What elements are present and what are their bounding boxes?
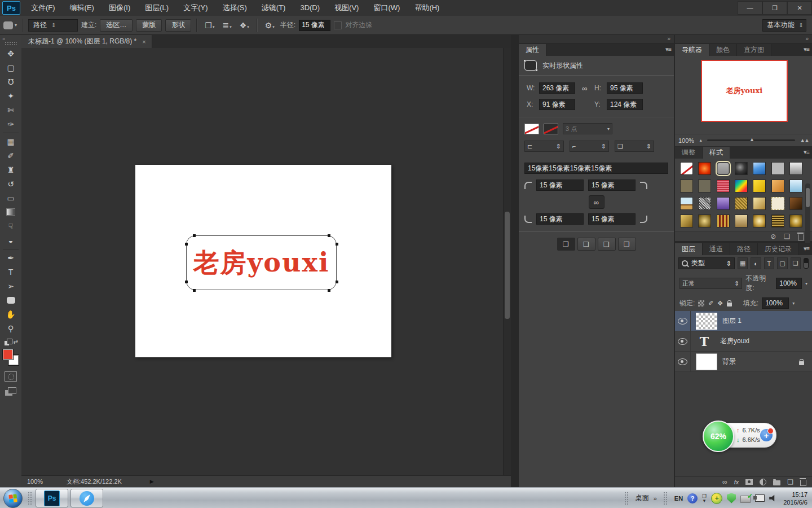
- hand-tool[interactable]: ✋: [3, 307, 19, 321]
- quick-mask-button[interactable]: [5, 371, 17, 382]
- path-anchor[interactable]: [185, 281, 188, 283]
- filter-adjustment-layers-button[interactable]: ◐: [751, 257, 761, 269]
- start-button[interactable]: [3, 489, 23, 508]
- menu-item[interactable]: 文件(F): [24, 0, 63, 16]
- y-field[interactable]: 124 像素: [607, 99, 643, 110]
- input-method-icon[interactable]: ?: [687, 493, 698, 503]
- brush-tool[interactable]: ✐: [3, 148, 19, 163]
- menu-item[interactable]: 视图(V): [327, 0, 366, 16]
- style-gold-ornate-1[interactable]: [680, 214, 693, 227]
- taskbar-photoshop-button[interactable]: Ps: [36, 489, 68, 507]
- screen-mode-button[interactable]: [5, 387, 16, 396]
- geometry-options-button[interactable]: ⚙ ▾: [263, 21, 277, 30]
- menu-item[interactable]: 3D(D): [293, 0, 327, 16]
- lock-all-icon[interactable]: [727, 303, 732, 306]
- delete-style-icon[interactable]: [798, 234, 804, 240]
- style-olive[interactable]: [680, 179, 693, 192]
- path-anchor[interactable]: [336, 281, 338, 283]
- path-anchor[interactable]: [193, 289, 196, 292]
- menu-item[interactable]: 图层(L): [138, 0, 176, 16]
- layers-tab[interactable]: 图层: [675, 243, 703, 255]
- path-anchor[interactable]: [185, 243, 188, 246]
- rounded-rectangle-path[interactable]: 老房youxi: [186, 235, 337, 290]
- path-anchor[interactable]: [193, 234, 196, 237]
- minimize-button[interactable]: —: [738, 1, 762, 15]
- menu-item[interactable]: 滤镜(T): [254, 0, 293, 16]
- fill-field[interactable]: 100%: [762, 297, 789, 309]
- antivirus-tray-icon[interactable]: +: [711, 493, 722, 504]
- pathfinder-intersect-button[interactable]: ❑: [598, 238, 616, 251]
- styles-tab[interactable]: 调整: [675, 147, 703, 159]
- zoom-out-icon[interactable]: ▲: [699, 138, 703, 142]
- lock-position-icon[interactable]: ✥: [718, 300, 723, 307]
- new-adjustment-layer-icon[interactable]: [760, 479, 766, 485]
- update-check-icon[interactable]: ✓: [740, 496, 751, 503]
- toolbar-chevron-icon[interactable]: »: [654, 495, 657, 502]
- radius-top-right-field[interactable]: 15 像素: [588, 179, 636, 191]
- height-field[interactable]: 95 像素: [607, 82, 643, 94]
- layer-visibility-cell[interactable]: [675, 352, 691, 371]
- layer-filter-toggle[interactable]: [804, 258, 809, 269]
- style-dark-swirl[interactable]: [735, 162, 748, 175]
- clone-stamp-tool[interactable]: ♜: [3, 163, 19, 177]
- restore-button[interactable]: ❐: [762, 1, 787, 15]
- style-gold-ornate-3[interactable]: [717, 214, 730, 227]
- style-colorful[interactable]: [735, 179, 748, 192]
- menu-item[interactable]: 帮助(H): [407, 0, 447, 16]
- rounded-rectangle-tool[interactable]: [3, 293, 19, 307]
- style-taupe[interactable]: [698, 179, 711, 192]
- style-gold-ornate-4[interactable]: [735, 214, 748, 227]
- filter-smart-object-button[interactable]: ❏: [791, 257, 801, 269]
- taskbar-browser-button[interactable]: [70, 489, 103, 507]
- radius-bottom-left-field[interactable]: 15 像素: [536, 213, 584, 225]
- style-gold-texture[interactable]: [735, 197, 748, 210]
- layer-visibility-cell[interactable]: [675, 331, 691, 351]
- stroke-corner-select[interactable]: ❏ ⇕: [615, 141, 654, 152]
- zoom-slider-thumb[interactable]: ▲: [749, 137, 754, 142]
- link-dimensions-icon[interactable]: ∞: [575, 84, 594, 93]
- link-radii-button[interactable]: ∞: [589, 195, 604, 209]
- style-noise[interactable]: [698, 197, 711, 210]
- canvas-viewport[interactable]: 老房youxi: [21, 48, 504, 476]
- layer-thumbnail[interactable]: [696, 313, 717, 329]
- eyedropper-tool[interactable]: ✑: [3, 117, 19, 131]
- language-indicator[interactable]: EN: [674, 495, 683, 502]
- panel-collapse-strip[interactable]: »: [675, 35, 812, 43]
- history-brush-tool[interactable]: ↺: [3, 177, 19, 191]
- layer-filter-select[interactable]: 类型 ⇕: [678, 257, 735, 269]
- style-horizon[interactable]: [680, 197, 693, 210]
- zoom-in-icon[interactable]: ▲▲: [800, 137, 809, 143]
- panel-menu-icon[interactable]: ▾≡: [804, 245, 809, 252]
- x-field[interactable]: 91 像素: [539, 99, 575, 110]
- panel-collapse-strip[interactable]: »: [519, 35, 674, 43]
- layer-thumbnail[interactable]: T: [694, 334, 714, 349]
- smudge-tool[interactable]: ☟: [3, 219, 19, 233]
- style-gold-ornate-5[interactable]: [753, 214, 766, 227]
- styles-scrollbar[interactable]: [805, 183, 810, 248]
- status-zoom-level[interactable]: 100%: [27, 478, 67, 485]
- speed-widget-add-button[interactable]: +: [760, 429, 773, 441]
- layer-row[interactable]: 图层 1: [675, 311, 812, 331]
- style-none[interactable]: [680, 162, 693, 175]
- taskbar-grip[interactable]: [28, 492, 33, 505]
- panel-menu-icon[interactable]: ▾≡: [804, 148, 809, 156]
- stroke-alignment-select[interactable]: ⊏ ⇕: [524, 141, 564, 152]
- navigator-tab[interactable]: 颜色: [709, 44, 737, 56]
- opacity-field[interactable]: 100%: [776, 278, 802, 289]
- panel-menu-icon[interactable]: ▾≡: [665, 46, 671, 53]
- filter-shape-layers-button[interactable]: ▢: [777, 257, 787, 269]
- navigator-zoom-value[interactable]: 100%: [678, 137, 694, 144]
- status-menu-arrow-icon[interactable]: ▶: [150, 479, 154, 484]
- blend-mode-select[interactable]: 正常 ⇕: [679, 278, 742, 289]
- style-gold-ornate-7[interactable]: [789, 214, 802, 227]
- style-red-glow[interactable]: [698, 162, 711, 175]
- security-shield-icon[interactable]: [727, 493, 736, 503]
- style-blue-gloss[interactable]: [753, 162, 766, 175]
- navigator-preview[interactable]: 老房youxi: [701, 60, 788, 122]
- panel-menu-icon[interactable]: ▾≡: [804, 46, 809, 53]
- new-group-icon[interactable]: [773, 480, 780, 485]
- lock-transparency-icon[interactable]: [698, 300, 704, 306]
- stroke-swatch[interactable]: [544, 124, 558, 134]
- layer-row[interactable]: 背景: [675, 352, 812, 372]
- dodge-tool[interactable]: ◒: [3, 233, 19, 247]
